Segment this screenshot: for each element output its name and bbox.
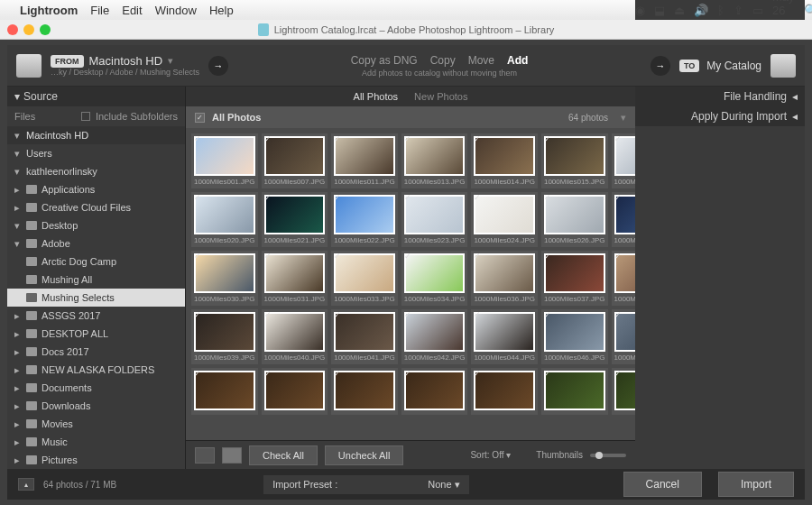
thumbnail-cell[interactable]: ✓ — [541, 368, 608, 415]
grid-view-button[interactable] — [195, 447, 215, 464]
thumbnail-cell[interactable]: ✓1000Miles024.JPG — [471, 192, 538, 247]
apply-during-import-panel[interactable]: Apply During Import ◂ — [635, 106, 805, 126]
thumbnail-cell[interactable]: ✓1000Miles026.JPG — [541, 192, 608, 247]
to-arrow[interactable]: → — [651, 56, 670, 76]
tree-item[interactable]: ▸Docs 2017 — [7, 343, 185, 361]
tree-item[interactable]: Mushing All — [7, 271, 185, 289]
import-preset[interactable]: Import Preset : None ▾ — [263, 475, 469, 494]
action-copy[interactable]: Copy — [430, 54, 456, 67]
collapse-button[interactable]: ▴ — [18, 478, 34, 491]
zoom-window[interactable] — [40, 24, 51, 35]
thumbnail-cell[interactable]: ✓1000Miles007.JPG — [262, 133, 328, 188]
thumbnail-cell[interactable]: ✓1000Miles013.JPG — [401, 133, 468, 188]
thumbnail-cell[interactable]: ✓1000Miles044.JPG — [471, 309, 538, 364]
cc-icon[interactable]: ◉ — [635, 4, 645, 17]
spotlight-icon[interactable]: 🔍 — [804, 4, 812, 17]
thumbnail-cell[interactable]: ✓ — [401, 368, 468, 415]
tree-item[interactable]: ▸NEW ALASKA FOLDERS — [7, 361, 185, 379]
thumbnail-cell[interactable]: ✓1000Miles038.JPG — [612, 251, 635, 306]
from-volume[interactable]: Macintosh HD — [89, 54, 163, 68]
bluetooth-icon[interactable]: ᛒ — [717, 4, 724, 17]
thumbnail-cell[interactable]: ✓1000Miles036.JPG — [471, 251, 538, 306]
menu-help[interactable]: Help — [209, 4, 234, 17]
thumbnail-cell[interactable]: ✓1000Miles001.JPG — [191, 133, 258, 188]
tree-item[interactable]: ▾Adobe — [7, 234, 185, 252]
volume-icon[interactable]: 🔊 — [694, 4, 708, 17]
cancel-button[interactable]: Cancel — [623, 472, 702, 497]
thumbnail-cell[interactable]: ✓1000Miles031.JPG — [262, 251, 328, 306]
thumbnail-cell[interactable]: ✓1000Miles047.JPG — [612, 309, 635, 364]
thumbnail-cell[interactable]: ✓ — [471, 368, 538, 415]
close-window[interactable] — [7, 24, 18, 35]
thumbnail-cell[interactable]: ✓1000Miles040.JPG — [262, 309, 328, 364]
menu-edit[interactable]: Edit — [122, 4, 142, 17]
thumbnail-cell[interactable]: ✓ — [331, 368, 398, 415]
tree-item[interactable]: ▸Creative Cloud Files — [7, 198, 185, 216]
thumbnail-cell[interactable]: ✓1000Miles042.JPG — [401, 309, 468, 364]
tree-item[interactable]: ▸Pictures — [7, 451, 185, 469]
menu-window[interactable]: Window — [155, 4, 197, 17]
tab-all-photos[interactable]: All Photos — [354, 91, 399, 102]
window-titlebar: Lightroom Catalog.lrcat – Adobe Photosho… — [0, 20, 812, 40]
eject-icon[interactable]: ⏏ — [674, 4, 685, 17]
source-panel-header[interactable]: ▾ Source — [7, 87, 185, 106]
dest-drive-icon — [770, 54, 796, 78]
thumbnail-cell[interactable]: ✓1000Miles029.JPG — [612, 192, 635, 247]
thumbnail-cell[interactable]: ✓1000Miles033.JPG — [331, 251, 398, 306]
tree-item[interactable]: ▾Users — [7, 144, 185, 162]
minimize-window[interactable] — [23, 24, 34, 35]
thumbnail-cell[interactable]: ✓1000Miles046.JPG — [541, 309, 608, 364]
thumbnail-cell[interactable]: ✓1000Miles021.JPG — [262, 192, 328, 247]
tree-item[interactable]: Mushing Selects — [7, 289, 185, 307]
wifi-icon[interactable]: ⇪ — [734, 4, 743, 17]
thumbnail-cell[interactable]: ✓ — [262, 368, 328, 415]
source-drive-icon — [16, 54, 42, 78]
action-copy-dng[interactable]: Copy as DNG — [351, 54, 418, 67]
battery-icon[interactable]: ▭ — [752, 4, 763, 17]
tree-item[interactable]: ▸Movies — [7, 415, 185, 433]
action-move[interactable]: Move — [468, 54, 494, 67]
tree-item[interactable]: ▾kathleenorlinsky — [7, 162, 185, 180]
thumbnail-cell[interactable]: ✓ — [191, 368, 258, 415]
thumbnail-cell[interactable]: ✓1000Miles041.JPG — [331, 309, 398, 364]
photo-count: 64 photos — [568, 113, 608, 123]
thumbnail-size-slider[interactable] — [590, 454, 626, 457]
thumbnail-cell[interactable]: ✓1000Miles030.JPG — [191, 251, 258, 306]
dropbox-icon[interactable]: ⬓ — [654, 4, 665, 17]
tree-item[interactable]: ▸Music — [7, 433, 185, 451]
loupe-view-button[interactable] — [222, 447, 242, 464]
action-add[interactable]: Add — [507, 54, 528, 67]
menu-file[interactable]: File — [90, 4, 109, 17]
thumbnail-cell[interactable]: ✓1000Miles023.JPG — [401, 192, 468, 247]
app-name[interactable]: Lightroom — [20, 4, 78, 17]
tree-item[interactable]: ▸ASSGS 2017 — [7, 307, 185, 325]
import-button[interactable]: Import — [718, 472, 794, 497]
file-handling-panel[interactable]: File Handling ◂ — [635, 87, 805, 106]
from-arrow[interactable]: → — [208, 56, 228, 76]
include-subfolders-checkbox[interactable] — [81, 112, 90, 121]
thumbnail-cell[interactable]: ✓1000Miles037.JPG — [541, 251, 608, 306]
tab-new-photos[interactable]: New Photos — [414, 91, 467, 102]
tree-item[interactable]: Arctic Dog Camp — [7, 252, 185, 271]
mac-menubar: Lightroom File Edit Window Help ◉ ⬓ ⏏ 🔊 … — [0, 0, 812, 20]
tree-item[interactable]: ▾Desktop — [7, 216, 185, 234]
thumbnail-cell[interactable]: ✓1000Miles011.JPG — [331, 133, 398, 188]
to-label[interactable]: My Catalog — [706, 60, 761, 72]
tree-item[interactable]: ▸Downloads — [7, 397, 185, 415]
thumbnail-cell[interactable]: ✓1000Miles017.JPG — [612, 133, 635, 188]
thumbnail-cell[interactable]: ✓1000Miles020.JPG — [191, 192, 258, 247]
tree-item[interactable]: ▸Applications — [7, 180, 185, 198]
tree-item[interactable]: ▾Macintosh HD — [7, 126, 185, 144]
tree-item[interactable]: ▸DESKTOP ALL — [7, 325, 185, 343]
thumbnail-cell[interactable]: ✓1000Miles015.JPG — [541, 133, 608, 188]
thumbnail-cell[interactable]: ✓1000Miles039.JPG — [191, 309, 258, 364]
folder-tree: ▾Macintosh HD▾Users▾kathleenorlinsky▸App… — [7, 126, 185, 469]
uncheck-all-button[interactable]: Uncheck All — [325, 445, 403, 465]
tree-item[interactable]: ▸Documents — [7, 379, 185, 397]
thumbnail-cell[interactable]: ✓1000Miles022.JPG — [331, 192, 398, 247]
select-all-checkbox[interactable]: ✓ — [195, 113, 205, 123]
thumbnail-cell[interactable]: ✓1000Miles014.JPG — [471, 133, 538, 188]
thumbnail-cell[interactable]: ✓1000Miles034.JPG — [401, 251, 468, 306]
check-all-button[interactable]: Check All — [249, 445, 318, 465]
thumbnail-cell[interactable]: ✓ — [612, 368, 635, 415]
